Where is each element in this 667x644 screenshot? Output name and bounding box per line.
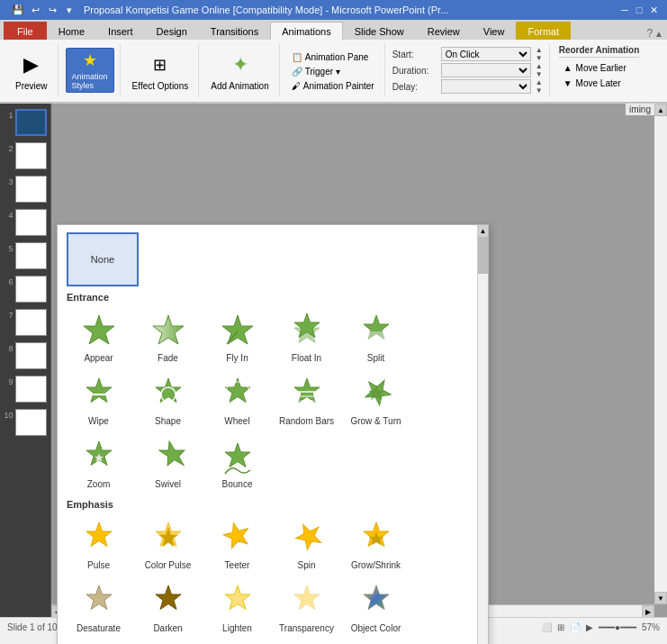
move-later-btn[interactable]: ▼ Move Later <box>559 77 640 90</box>
slide-thumb-1[interactable]: 1 <box>2 107 49 138</box>
anim-fade[interactable]: Fade <box>134 306 202 367</box>
tab-view[interactable]: View <box>472 22 517 40</box>
svg-rect-8 <box>356 331 396 351</box>
dropdown-scroll[interactable]: None Entrance Appear <box>58 225 488 644</box>
scroll-right-main[interactable]: ▶ <box>642 605 654 617</box>
anim-shape[interactable]: Shape <box>134 369 202 431</box>
qat-dropdown-icon[interactable]: ▾ <box>62 3 77 17</box>
move-earlier-btn[interactable]: ▲ Move Earlier <box>559 61 640 75</box>
anim-lighten[interactable]: Lighten <box>203 576 271 638</box>
anim-fontcolor[interactable]: A Font Color <box>342 639 410 644</box>
svg-marker-28 <box>221 520 251 549</box>
anim-darken[interactable]: Darken <box>134 576 202 638</box>
anim-zoom[interactable]: Zoom <box>65 432 132 494</box>
anim-flyin[interactable]: Fly In <box>203 306 271 367</box>
view-slide-btn[interactable]: ⊞ <box>557 622 564 632</box>
anim-growshrink[interactable]: Grow/Shrink <box>342 513 410 575</box>
svg-marker-32 <box>86 585 112 610</box>
slide-thumb-10[interactable]: 10 <box>2 407 49 438</box>
help-icon[interactable]: ? <box>646 27 653 40</box>
anim-brushcolor[interactable]: A Brush Color <box>273 639 340 644</box>
tab-animations[interactable]: Animations <box>270 22 342 40</box>
tab-transitions[interactable]: Transitions <box>199 22 270 40</box>
view-reading-btn[interactable]: 📄 <box>570 622 581 632</box>
anim-growturn[interactable]: Grow & Turn <box>342 369 410 431</box>
minimize-btn[interactable]: ─ <box>618 4 631 16</box>
scroll-up-btn[interactable]: ▲ <box>478 225 488 238</box>
delay-select[interactable] <box>441 79 531 94</box>
effect-options-icon: ⊞ <box>146 50 175 79</box>
tab-insert[interactable]: Insert <box>96 22 145 40</box>
anim-swivel[interactable]: Swivel <box>134 432 202 494</box>
slide-thumb-4[interactable]: 4 <box>2 207 49 238</box>
anim-randombars[interactable]: Random Bars <box>273 369 340 431</box>
anim-teeter[interactable]: Teeter <box>203 513 271 575</box>
duration-arrow[interactable]: ▲▼ <box>535 66 544 75</box>
maximize-btn[interactable]: □ <box>633 4 645 16</box>
title-bar: 💾 ↩ ↪ ▾ Proposal Kompetisi Game Online [… <box>0 0 667 20</box>
none-item[interactable]: None <box>67 232 139 286</box>
undo-icon[interactable]: ↩ <box>28 3 42 17</box>
anim-complement[interactable]: Complemen... <box>65 639 132 644</box>
slide-thumb-7[interactable]: 7 <box>2 307 49 338</box>
scroll-up-main[interactable]: ▲ <box>654 104 667 116</box>
start-select[interactable]: On Click With Previous After Previous <box>441 47 531 61</box>
anim-spin[interactable]: Spin <box>273 513 340 575</box>
teeter-icon <box>216 517 259 560</box>
slide-thumb-5[interactable]: 5 <box>2 240 49 271</box>
anim-linecolor[interactable]: Line Color <box>134 639 202 644</box>
svg-marker-0 <box>84 315 114 344</box>
anim-fillcolor[interactable]: Fill Color <box>203 639 271 644</box>
anim-desaturate[interactable]: Desaturate <box>65 576 132 638</box>
spin-icon <box>285 517 329 560</box>
scroll-down-main[interactable]: ▼ <box>654 592 667 604</box>
anim-floatin[interactable]: Float In <box>273 306 340 367</box>
slide-thumb-8[interactable]: 8 <box>2 340 49 371</box>
save-icon[interactable]: 💾 <box>11 3 25 17</box>
add-animation-btn[interactable]: ✦ Add Animation <box>206 48 274 94</box>
tab-home[interactable]: Home <box>47 22 96 40</box>
duration-select[interactable] <box>441 63 531 77</box>
slide-thumb-2[interactable]: 2 <box>2 141 49 171</box>
tab-slideshow[interactable]: Slide Show <box>343 22 416 40</box>
slide-thumb-3[interactable]: 3 <box>2 174 49 204</box>
anim-objectcolor[interactable]: Object Color <box>342 576 410 638</box>
start-row: Start: On Click With Previous After Prev… <box>392 47 544 61</box>
tab-format[interactable]: Format <box>516 22 571 40</box>
view-normal-btn[interactable]: ⬜ <box>541 622 552 632</box>
add-animation-icon: ✦ <box>226 50 255 79</box>
anim-wipe[interactable]: Wipe <box>65 369 132 431</box>
minimize-ribbon-icon[interactable]: ▲ <box>654 29 663 39</box>
slide-thumb-6[interactable]: 6 <box>2 274 49 304</box>
anim-wheel[interactable]: Wheel <box>203 369 271 431</box>
growturn-label: Grow & Turn <box>350 416 401 427</box>
animation-pane-btn[interactable]: 📋 Animation Pane <box>287 50 374 64</box>
trigger-btn[interactable]: 🔗 Trigger ▾ <box>287 65 345 78</box>
anim-appear[interactable]: Appear <box>65 306 132 367</box>
animation-painter-btn[interactable]: 🖌 Animation Painter <box>287 79 379 93</box>
slide-thumb-9[interactable]: 9 <box>2 374 49 404</box>
tab-design[interactable]: Design <box>145 22 199 40</box>
zoom-slider[interactable]: ━━━●━━━ <box>599 622 636 632</box>
slide-num-5: 5 <box>4 242 14 253</box>
start-arrow[interactable]: ▲▼ <box>535 50 544 59</box>
anim-transparency[interactable]: Transparency <box>273 576 340 638</box>
anim-pulse[interactable]: Pulse <box>65 513 132 575</box>
close-btn[interactable]: ✕ <box>647 4 660 16</box>
slide-num-1: 1 <box>4 109 14 120</box>
anim-bounce[interactable]: Bounce <box>203 432 271 494</box>
tab-review[interactable]: Review <box>416 22 472 40</box>
redo-icon[interactable]: ↪ <box>45 3 59 17</box>
effect-options-btn[interactable]: ⊞ Effect Options <box>128 48 194 94</box>
view-slideshow-btn[interactable]: ▶ <box>586 622 593 632</box>
anim-colorpulse[interactable]: Color Pulse <box>134 513 202 575</box>
start-label: Start: <box>392 50 437 59</box>
teeter-label: Teeter <box>225 560 250 571</box>
preview-btn[interactable]: ▶ Preview <box>11 48 52 94</box>
delay-arrow[interactable]: ▲▼ <box>535 82 544 91</box>
slide-img-4 <box>15 209 47 236</box>
tab-file[interactable]: File <box>4 22 47 40</box>
svg-marker-6 <box>364 315 389 340</box>
anim-split[interactable]: Split <box>342 306 410 367</box>
animation-styles-btn[interactable]: ★ Animation Styles <box>66 48 114 93</box>
